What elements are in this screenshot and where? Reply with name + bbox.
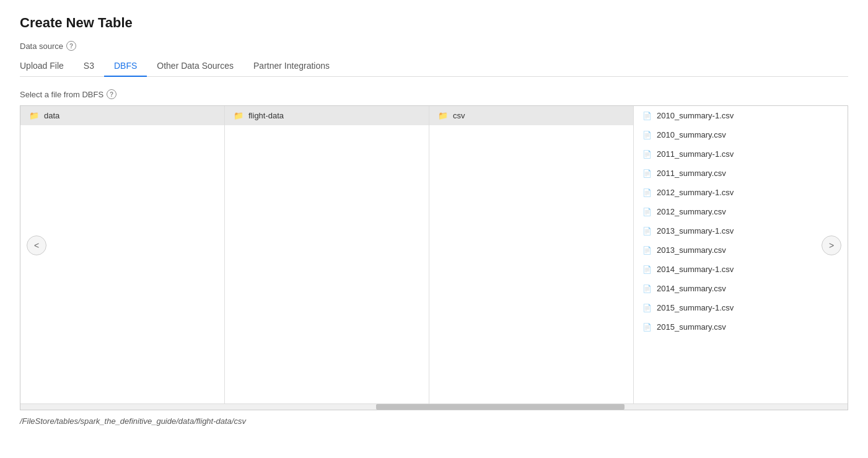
file-item[interactable]: 📄2010_summary-1.csv	[634, 106, 848, 125]
file-item[interactable]: 📄2012_summary.csv	[634, 202, 848, 221]
file-item-name: 2010_summary-1.csv	[657, 111, 734, 120]
horizontal-scrollbar[interactable]	[20, 403, 848, 410]
file-item[interactable]: 📄2011_summary-1.csv	[634, 144, 848, 164]
tab-s3[interactable]: S3	[74, 56, 104, 77]
file-item-name: 2010_summary.csv	[657, 130, 726, 139]
data-source-help-icon[interactable]: ?	[66, 41, 76, 51]
file-item-name: 2014_summary-1.csv	[657, 265, 734, 274]
file-icon: 📄	[642, 208, 652, 216]
file-item-name: 2012_summary-1.csv	[657, 188, 734, 197]
file-item[interactable]: 📄2012_summary-1.csv	[634, 183, 848, 202]
file-item-name: 2013_summary-1.csv	[657, 226, 734, 236]
selected-path: /FileStore/tables/spark_the_definitive_g…	[20, 416, 848, 426]
file-item[interactable]: 📄2010_summary.csv	[634, 125, 848, 144]
file-item-name: 2011_summary-1.csv	[657, 149, 734, 159]
file-browser: 📁data📁flight-data📁csv📄2010_summary-1.csv…	[20, 105, 848, 410]
file-icon: 📄	[642, 304, 652, 312]
file-item[interactable]: 📄2015_summary.csv	[634, 317, 848, 337]
file-icon: 📄	[642, 112, 652, 120]
file-icon: 📄	[642, 246, 652, 255]
file-column-2: 📁flight-data	[225, 106, 429, 403]
file-column-3: 📁csv	[429, 106, 634, 403]
tabs-container: Upload FileS3DBFSOther Data SourcesPartn…	[20, 56, 848, 77]
file-icon: 📄	[642, 169, 652, 178]
file-browser-label: Select a file from DBFS	[20, 90, 103, 99]
tab-dbfs[interactable]: DBFS	[104, 56, 147, 77]
file-item[interactable]: 📁csv	[429, 106, 633, 125]
tab-upload-file[interactable]: Upload File	[20, 56, 74, 77]
file-column-4: 📄2010_summary-1.csv📄2010_summary.csv📄201…	[634, 106, 848, 403]
scrollbar-thumb[interactable]	[376, 404, 625, 410]
file-item[interactable]: 📄2013_summary.csv	[634, 240, 848, 260]
file-icon: 📄	[642, 227, 652, 236]
file-column-1: 📁data	[20, 106, 225, 403]
file-item-name: csv	[453, 111, 465, 120]
file-item[interactable]: 📄2011_summary.csv	[634, 164, 848, 183]
file-item-name: 2014_summary.csv	[657, 284, 726, 293]
file-columns: 📁data📁flight-data📁csv📄2010_summary-1.csv…	[20, 106, 848, 403]
file-icon: 📄	[642, 323, 652, 332]
file-item-name: data	[44, 111, 59, 120]
tab-other-data-sources[interactable]: Other Data Sources	[147, 56, 243, 77]
file-item[interactable]: 📄2014_summary-1.csv	[634, 260, 848, 279]
file-item[interactable]: 📁data	[20, 106, 224, 125]
file-icon: 📄	[642, 150, 652, 159]
file-icon: 📄	[642, 188, 652, 197]
nav-right-button[interactable]: >	[822, 236, 841, 255]
file-item[interactable]: 📁flight-data	[225, 106, 429, 125]
nav-left-button[interactable]: <	[27, 236, 46, 255]
file-item-name: 2012_summary.csv	[657, 207, 726, 216]
folder-icon: 📁	[234, 111, 243, 120]
data-source-label: Data source	[20, 42, 63, 51]
file-item-name: 2015_summary-1.csv	[657, 303, 734, 312]
file-icon: 📄	[642, 284, 652, 293]
tab-partner-integrations[interactable]: Partner Integrations	[243, 56, 340, 77]
file-item[interactable]: 📄2015_summary-1.csv	[634, 298, 848, 317]
file-icon: 📄	[642, 131, 652, 139]
page-title: Create New Table	[20, 15, 848, 31]
file-item[interactable]: 📄2014_summary.csv	[634, 279, 848, 298]
file-item-name: flight-data	[248, 111, 284, 120]
file-item-name: 2013_summary.csv	[657, 245, 726, 255]
file-item[interactable]: 📄2013_summary-1.csv	[634, 221, 848, 240]
file-icon: 📄	[642, 265, 652, 274]
file-browser-help-icon[interactable]: ?	[107, 89, 116, 99]
folder-icon: 📁	[438, 111, 448, 120]
file-item-name: 2011_summary.csv	[657, 169, 726, 178]
file-item-name: 2015_summary.csv	[657, 322, 726, 332]
folder-icon: 📁	[29, 111, 39, 120]
